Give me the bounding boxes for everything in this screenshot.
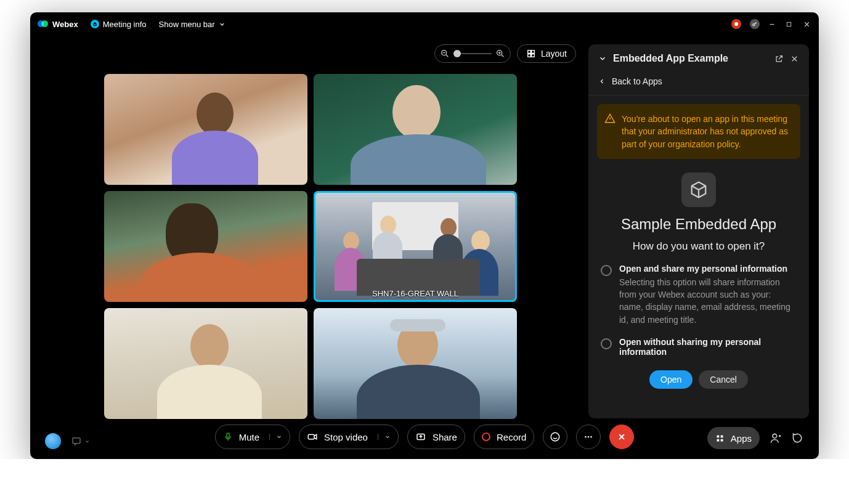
- cancel-button[interactable]: Cancel: [699, 370, 748, 389]
- camera-icon: [307, 431, 318, 442]
- zoom-slider-track[interactable]: [453, 53, 492, 54]
- svg-point-16: [590, 436, 592, 438]
- show-menu-bar-button[interactable]: Show menu bar: [159, 20, 225, 29]
- zoom-in-icon: [495, 49, 505, 59]
- apps-grid-icon: [715, 434, 725, 443]
- back-label: Back to Apps: [612, 76, 662, 86]
- layout-button[interactable]: Layout: [517, 44, 576, 63]
- video-dropdown[interactable]: [378, 434, 391, 440]
- close-window-button[interactable]: [803, 20, 811, 28]
- mute-dropdown[interactable]: [269, 434, 282, 440]
- svg-rect-17: [717, 435, 719, 437]
- svg-rect-8: [532, 54, 535, 57]
- svg-rect-0: [94, 24, 96, 26]
- stop-video-button[interactable]: Stop video: [299, 425, 399, 449]
- recording-indicator-icon[interactable]: [731, 19, 741, 29]
- option1-title: Open and share my personal information: [619, 264, 797, 274]
- open-button[interactable]: Open: [649, 370, 693, 389]
- radio-button[interactable]: [601, 338, 612, 349]
- svg-rect-11: [308, 434, 314, 439]
- open-options: Open and share my personal information S…: [588, 264, 809, 389]
- svg-point-14: [585, 436, 587, 438]
- shield-lock-icon: [91, 20, 99, 28]
- chevron-down-icon[interactable]: [598, 54, 607, 63]
- dots-icon: [583, 431, 594, 442]
- warning-text: You're about to open an app in this meet…: [622, 114, 788, 149]
- svg-point-1: [753, 24, 755, 26]
- radio-button[interactable]: [601, 265, 612, 276]
- meeting-info-button[interactable]: Meeting info: [91, 20, 147, 29]
- embedded-app-panel: Embedded App Example Back to Apps You're…: [588, 44, 809, 418]
- microphone-icon: [223, 432, 233, 442]
- participants-icon[interactable]: [770, 432, 782, 444]
- smile-icon: [550, 431, 561, 442]
- brand: Webex: [38, 18, 78, 30]
- svg-rect-18: [721, 435, 723, 437]
- warning-triangle-icon: [604, 113, 615, 124]
- more-options-button[interactable]: [576, 425, 601, 449]
- participant-tile-active[interactable]: SHN7-16-GREAT WALL: [314, 191, 517, 302]
- svg-point-15: [588, 436, 590, 438]
- participant-tile[interactable]: [104, 74, 307, 185]
- record-button[interactable]: Record: [474, 425, 534, 449]
- webex-logo-icon: [38, 18, 49, 30]
- svg-point-21: [773, 434, 777, 438]
- policy-warning: You're about to open an app in this meet…: [597, 104, 800, 159]
- leave-meeting-button[interactable]: [609, 425, 634, 449]
- share-label: Share: [433, 432, 457, 442]
- svg-rect-2: [787, 22, 790, 26]
- app-icon: [681, 173, 716, 207]
- chevron-left-icon: [598, 78, 606, 85]
- back-to-apps-button[interactable]: Back to Apps: [588, 73, 809, 96]
- option2-title: Open without sharing my personal informa…: [619, 337, 797, 357]
- reactions-button[interactable]: [543, 425, 567, 449]
- meeting-toolbar: Mute Stop video Share Record: [30, 425, 819, 449]
- close-icon: [617, 432, 627, 442]
- close-panel-button[interactable]: [790, 54, 799, 63]
- minimize-button[interactable]: [768, 20, 777, 28]
- meeting-info-label: Meeting info: [103, 20, 147, 29]
- mute-button[interactable]: Mute: [215, 425, 290, 449]
- option-dont-share-info[interactable]: Open without sharing my personal informa…: [601, 337, 797, 359]
- apps-button[interactable]: Apps: [707, 427, 760, 449]
- maximize-button[interactable]: [786, 21, 794, 28]
- participant-tile[interactable]: [314, 74, 517, 185]
- stop-video-label: Stop video: [324, 432, 368, 442]
- svg-rect-20: [721, 439, 723, 441]
- apps-label: Apps: [731, 433, 752, 444]
- video-grid: SHN7-16-GREAT WALL: [104, 74, 517, 419]
- option-share-info[interactable]: Open and share my personal information S…: [601, 264, 797, 326]
- grid-icon: [526, 49, 536, 59]
- svg-rect-19: [717, 439, 719, 441]
- participant-name-label: SHN7-16-GREAT WALL: [314, 289, 517, 298]
- participant-tile[interactable]: [104, 308, 307, 419]
- popout-button[interactable]: [774, 54, 784, 63]
- share-screen-icon: [415, 431, 426, 442]
- right-extras: Apps: [707, 427, 804, 449]
- svg-rect-10: [227, 433, 229, 437]
- zoom-control[interactable]: [434, 44, 511, 63]
- key-indicator-icon[interactable]: [750, 19, 760, 29]
- option1-desc: Selecting this option will share informa…: [619, 276, 797, 326]
- titlebar: Webex Meeting info Show menu bar: [30, 12, 819, 36]
- share-button[interactable]: Share: [407, 425, 465, 449]
- svg-point-13: [551, 433, 560, 441]
- panel-header: Embedded App Example: [588, 44, 809, 73]
- svg-rect-7: [528, 54, 531, 57]
- panel-buttons: Open Cancel: [601, 370, 797, 389]
- zoom-slider-knob[interactable]: [453, 50, 461, 57]
- meeting-window: Webex Meeting info Show menu bar: [30, 12, 819, 459]
- participant-tile[interactable]: [314, 308, 517, 419]
- panel-title: Embedded App Example: [613, 53, 728, 64]
- participant-tile[interactable]: [104, 191, 307, 302]
- record-icon: [482, 433, 490, 441]
- show-menu-label: Show menu bar: [159, 20, 215, 29]
- chat-icon[interactable]: [792, 432, 804, 444]
- window-controls: [731, 19, 811, 29]
- mute-label: Mute: [239, 432, 259, 442]
- zoom-out-icon: [440, 49, 450, 59]
- stage-controls: Layout: [434, 44, 576, 63]
- svg-rect-5: [528, 51, 531, 54]
- chevron-down-icon: [219, 21, 225, 28]
- brand-label: Webex: [52, 20, 78, 29]
